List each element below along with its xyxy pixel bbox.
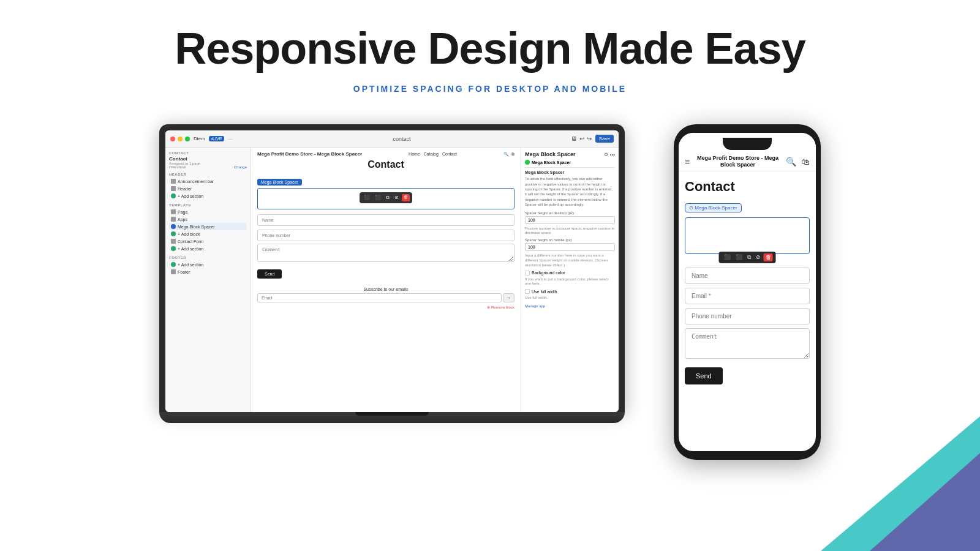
add-icon: [171, 193, 176, 198]
undo-icon: ↩: [579, 135, 584, 142]
sidebar-contact-section: CONTACT Contact Assigned to 1 page PREVI…: [169, 151, 247, 169]
maximize-dot: [185, 137, 190, 141]
toolbar-align-center-icon[interactable]: ⬛: [373, 194, 383, 201]
sidebar-item-apps[interactable]: Apps: [169, 216, 247, 223]
email-arrow-icon[interactable]: →: [503, 293, 514, 302]
toolbar-duplicate-icon[interactable]: ⧉: [384, 194, 391, 201]
phone-menu-icon[interactable]: ≡: [685, 157, 690, 167]
rightpanel-mobile-input[interactable]: [525, 243, 615, 251]
phone-topbar: ≡ Mega Profit Demo Store - Mega Block Sp…: [679, 152, 816, 171]
rightpanel-desktop-label: Spacer height on desktop (px): [525, 211, 615, 215]
sidebar-add-section-footer[interactable]: + Add section: [169, 261, 247, 268]
sidebar-change[interactable]: Change: [234, 165, 247, 169]
canvas-name-field[interactable]: [257, 214, 514, 226]
phone-screen: ≡ Mega Profit Demo Store - Mega Block Sp…: [679, 133, 816, 451]
canvas-comment-field[interactable]: [257, 244, 514, 262]
phone-email-field[interactable]: [685, 288, 810, 304]
nav-link-contact[interactable]: Contact: [442, 152, 457, 156]
canvas-mega-block-area: Mega Block Spacer ⬛ ⬛ ⧉ ⊘ 🗑: [257, 175, 514, 209]
save-button[interactable]: Save: [595, 135, 614, 143]
phone-comment-field[interactable]: [685, 328, 810, 359]
phone-search-icon[interactable]: 🔍: [786, 157, 796, 167]
phone-send-button[interactable]: Send: [685, 367, 723, 384]
phone-toolbar-trash-icon[interactable]: 🗑: [764, 253, 773, 261]
editor-page-label: Diem: [194, 136, 205, 141]
spacer-blue-box[interactable]: ⬛ ⬛ ⧉ ⊘ 🗑: [257, 188, 514, 209]
rightpanel-bgcolor-row: Background color: [525, 271, 615, 276]
rightpanel-settings-icon[interactable]: ⚙: [604, 152, 608, 157]
laptop-screen: Diem •LIVE — contact 🖥 ↩ ↪ Save: [165, 130, 619, 412]
page-header: Responsive Design Made Easy OPTIMIZE SPA…: [0, 0, 980, 106]
bgcolor-label: Background color: [532, 271, 565, 275]
breadcrumb-sep: —: [228, 136, 233, 141]
subscribe-title: Subscribe to our emails: [257, 287, 514, 291]
canvas-send-button[interactable]: Send: [257, 269, 282, 279]
bgcolor-checkbox[interactable]: [525, 271, 530, 276]
rightpanel-fullwidth-row: Use full width: [525, 289, 615, 294]
sidebar-item-footer[interactable]: Footer: [169, 268, 247, 276]
phone-name-field[interactable]: [685, 268, 810, 284]
phone-mockup: ≡ Mega Profit Demo Store - Mega Block Sp…: [674, 124, 821, 460]
floating-toolbar: ⬛ ⬛ ⧉ ⊘ 🗑: [360, 192, 412, 203]
editor-main: CONTACT Contact Assigned to 1 page PREVI…: [165, 148, 619, 412]
sidebar-header-section: HEADER Announcement bar Header: [169, 173, 247, 200]
sidebar-footer-label: FOOTER: [169, 256, 247, 260]
sidebar-item-contact-form[interactable]: Contact Form: [169, 238, 247, 245]
sidebar-preview-row: PREVIEW Change: [169, 165, 247, 169]
phone-bag-icon[interactable]: 🛍: [801, 157, 810, 167]
rightpanel-icons: ⚙ •••: [604, 152, 615, 157]
store-nav-links: Home Catalog Contact: [409, 152, 457, 156]
phone-toolbar-align2-icon[interactable]: ⬛: [734, 253, 744, 261]
phone-outer: ≡ Mega Profit Demo Store - Mega Block Sp…: [674, 124, 821, 460]
remove-block-btn[interactable]: ⊗ Remove block: [257, 305, 514, 309]
toolbar-trash-icon[interactable]: 🗑: [402, 194, 410, 201]
laptop-base: [159, 412, 625, 423]
editor-rightpanel: Mega Block Spacer ⚙ ••• Mega Block Space…: [521, 148, 619, 412]
phone-toolbar-align-icon[interactable]: ⬛: [722, 253, 733, 261]
nav-link-catalog[interactable]: Catalog: [424, 152, 439, 156]
toolbar-align-left-icon[interactable]: ⬛: [362, 194, 372, 201]
sidebar-item-page[interactable]: Page: [169, 208, 247, 216]
canvas-phone-field[interactable]: [257, 230, 514, 241]
store-nav: Mega Profit Demo Store - Mega Block Spac…: [257, 151, 514, 157]
sidebar-preview-label: PREVIEW: [169, 165, 186, 169]
phone-toolbar-slash-icon[interactable]: ⊘: [754, 253, 763, 261]
fullwidth-checkbox[interactable]: [525, 289, 530, 294]
add-footer-icon: [171, 262, 176, 267]
canvas-email-input[interactable]: [257, 293, 502, 302]
sidebar-add-section-template[interactable]: + Add section: [169, 245, 247, 252]
rightpanel-divider: [525, 167, 615, 168]
sidebar-header-label: HEADER: [169, 173, 247, 176]
rightpanel-app-name: Mega Block Spacer: [525, 160, 615, 165]
rightpanel-desktop-hint: Positive number to increase space, negat…: [525, 227, 615, 236]
phone-mega-block-area: ⊙ Mega Block Spacer ⬛ ⬛ ⧉ ⊘ 🗑: [685, 201, 810, 254]
nav-link-home[interactable]: Home: [409, 152, 420, 156]
canvas-copy-icon: ⧉: [511, 152, 514, 157]
laptop-body: Diem •LIVE — contact 🖥 ↩ ↪ Save: [159, 124, 625, 412]
sidebar-item-announcement[interactable]: Announcement bar: [169, 178, 247, 185]
phone-mega-badge[interactable]: ⊙ Mega Block Spacer: [685, 203, 742, 212]
manage-app-link[interactable]: Manage app: [525, 304, 615, 308]
phone-phone-field[interactable]: [685, 308, 810, 324]
phone-form: Send: [685, 268, 810, 384]
sidebar-item-header[interactable]: Header: [169, 185, 247, 192]
rightpanel-dots-icon[interactable]: •••: [610, 152, 615, 157]
sidebar-add-block[interactable]: + Add block: [169, 230, 247, 238]
phone-spacer-box[interactable]: ⬛ ⬛ ⧉ ⊘ 🗑: [685, 217, 810, 254]
subscribe-section: Subscribe to our emails →: [257, 287, 514, 302]
live-badge: •LIVE: [209, 136, 225, 141]
add-section-icon: [171, 246, 176, 251]
sidebar-item-mega-block-spacer[interactable]: Mega Block Spacer: [169, 223, 247, 230]
rightpanel-mobile-hint: Input a different number here in case yo…: [525, 253, 615, 268]
rightpanel-desktop-input[interactable]: [525, 216, 615, 224]
desktop-icon: 🖥: [571, 135, 577, 142]
store-nav-icons: 🔍 ⧉: [503, 152, 514, 157]
mega-spacer-bar-label[interactable]: Mega Block Spacer: [257, 179, 302, 186]
toolbar-slash-icon[interactable]: ⊘: [393, 194, 401, 201]
sidebar-add-section-header[interactable]: + Add section: [169, 192, 247, 200]
sidebar-template-label: TEMPLATE: [169, 203, 247, 207]
phone-toolbar-dup-icon[interactable]: ⧉: [745, 253, 753, 261]
editor-canvas: Mega Profit Demo Store - Mega Block Spac…: [251, 148, 521, 412]
canvas-inner: Mega Profit Demo Store - Mega Block Spac…: [251, 148, 521, 412]
page-subtitle: OPTIMIZE SPACING FOR DESKTOP AND MOBILE: [0, 84, 980, 94]
